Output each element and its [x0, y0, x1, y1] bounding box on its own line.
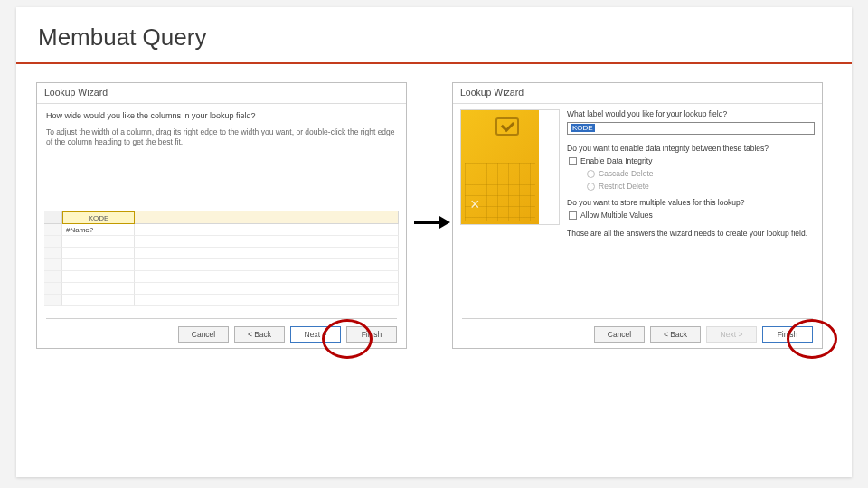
dialog-title: Lookup Wizard — [453, 83, 822, 104]
back-button[interactable]: < Back — [650, 326, 701, 343]
dialog-body: × What label would you like for your loo… — [453, 104, 822, 314]
column-width-hint: To adjust the width of a column, drag it… — [46, 127, 397, 148]
header-filler — [135, 211, 399, 224]
title-divider — [16, 62, 852, 64]
column-header-kode[interactable]: KODE — [62, 211, 135, 224]
slide: Membuat Query Lookup Wizard How wide wou… — [16, 7, 852, 477]
lookup-wizard-columns-dialog: Lookup Wizard How wide would you like th… — [36, 82, 407, 349]
final-message: Those are all the answers the wizard nee… — [567, 229, 815, 238]
allow-multi-checkbox[interactable]: Allow Multiple Values — [569, 211, 815, 220]
checkmark-icon — [495, 117, 519, 136]
row-selector — [44, 224, 62, 236]
checkbox-icon — [569, 211, 577, 220]
dialog-title: Lookup Wizard — [37, 83, 406, 104]
wizard-text: What label would you like for your looku… — [567, 109, 815, 308]
integrity-question: Do you want to enable data integrity bet… — [567, 144, 815, 153]
cancel-button[interactable]: Cancel — [178, 326, 229, 343]
dialog-body: How wide would you like the columns in y… — [37, 104, 406, 312]
row-selector-header — [44, 211, 62, 224]
dialog-footer: Cancel < Back Next > Finish — [462, 318, 813, 343]
dialog-footer: Cancel < Back Next > Finish — [46, 318, 397, 343]
label-input[interactable]: KODE — [567, 122, 815, 135]
next-button[interactable]: Next > — [290, 326, 341, 343]
multivalue-question: Do you want to store multiple values for… — [567, 198, 815, 207]
panels: Lookup Wizard How wide would you like th… — [16, 82, 852, 380]
cascade-delete-radio[interactable]: Cascade Delete — [587, 169, 815, 178]
finish-button[interactable]: Finish — [346, 326, 397, 343]
arrow-icon — [414, 216, 452, 229]
page-title: Membuat Query — [16, 7, 852, 57]
cancel-button[interactable]: Cancel — [594, 326, 645, 343]
radio-icon — [587, 170, 595, 178]
next-button: Next > — [706, 326, 757, 343]
back-button[interactable]: < Back — [234, 326, 285, 343]
enable-integrity-checkbox[interactable]: Enable Data Integrity — [569, 156, 815, 165]
grid-cell[interactable]: #Name? — [62, 224, 135, 236]
restrict-delete-radio[interactable]: Restrict Delete — [587, 182, 815, 191]
label-question: What label would you like for your looku… — [567, 109, 815, 118]
checkbox-icon — [569, 157, 577, 165]
close-icon: × — [470, 195, 480, 214]
wizard-illustration: × — [460, 109, 560, 225]
radio-icon — [587, 183, 595, 191]
column-preview-grid[interactable]: KODE #Name? — [44, 211, 399, 310]
column-width-question: How wide would you like the columns in y… — [46, 111, 397, 120]
finish-button[interactable]: Finish — [762, 326, 813, 343]
lookup-wizard-label-dialog: Lookup Wizard × What label would you lik… — [452, 82, 823, 349]
